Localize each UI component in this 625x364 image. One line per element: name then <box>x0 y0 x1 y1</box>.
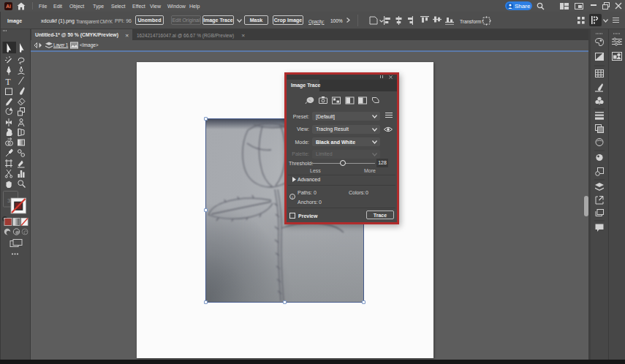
svg-text:T: T <box>6 77 11 86</box>
svg-text:3: 3 <box>7 197 11 204</box>
